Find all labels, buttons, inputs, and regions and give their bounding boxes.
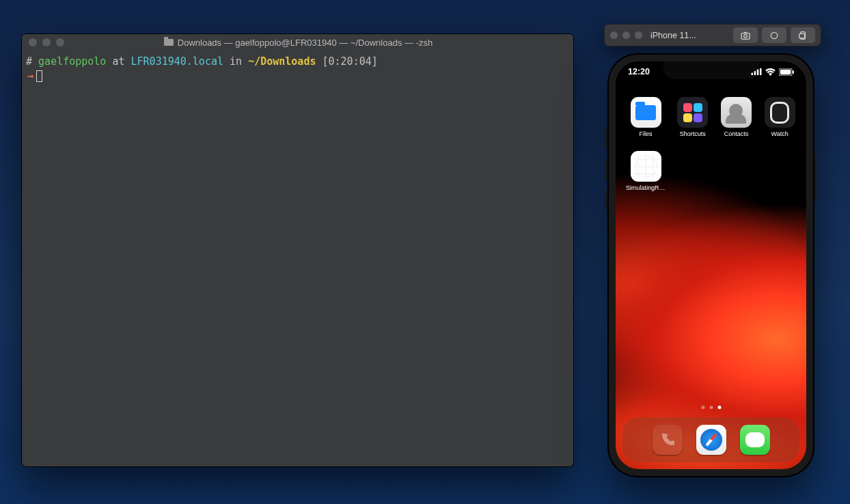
dock xyxy=(622,417,799,462)
wifi-icon xyxy=(765,68,776,76)
svg-point-2 xyxy=(771,32,777,38)
app-simulatingrem[interactable]: SimulatingRem... xyxy=(626,151,666,191)
app-safari[interactable] xyxy=(696,425,726,455)
contacts-icon xyxy=(721,97,752,128)
blank-app-icon xyxy=(631,151,661,182)
phone-screen[interactable]: 12:20 Fil xyxy=(616,61,806,469)
prompt-user: gaelfoppolo xyxy=(38,55,106,68)
prompt-path: ~/Downloads xyxy=(248,55,316,68)
svg-point-1 xyxy=(744,34,748,38)
page-dot-active xyxy=(717,406,721,409)
rotate-button[interactable] xyxy=(791,27,815,43)
zoom-button[interactable] xyxy=(635,31,642,39)
svg-rect-11 xyxy=(793,70,794,74)
safari-icon xyxy=(700,429,722,451)
prompt-hash: # xyxy=(26,55,32,68)
app-label: SimulatingRem... xyxy=(626,184,666,191)
files-icon xyxy=(631,97,661,128)
svg-rect-0 xyxy=(741,33,750,39)
screenshot-button[interactable] xyxy=(733,27,758,43)
app-label: Shortcuts xyxy=(680,130,706,137)
close-button[interactable] xyxy=(610,31,618,39)
cursor xyxy=(36,70,42,82)
folder-icon xyxy=(164,39,174,46)
prompt-line: # gaelfoppolo at LFR031940.local in ~/Do… xyxy=(26,55,569,68)
svg-rect-6 xyxy=(754,71,756,75)
app-shortcuts[interactable]: Shortcuts xyxy=(676,97,709,137)
page-dot xyxy=(701,406,704,409)
prompt-in: in xyxy=(230,55,242,68)
phone-frame: 12:20 Fil xyxy=(607,53,814,477)
battery-icon xyxy=(779,68,794,76)
signal-icon xyxy=(751,68,762,75)
input-line[interactable]: → xyxy=(26,69,569,83)
terminal-title-text: Downloads — gaelfoppolo@LFR031940 — ~/Do… xyxy=(178,38,433,48)
circle-icon xyxy=(769,30,780,41)
prompt-at: at xyxy=(112,55,124,68)
app-phone[interactable] xyxy=(653,425,683,455)
messages-icon xyxy=(745,432,765,447)
simulator-title: iPhone 11... xyxy=(646,31,729,40)
app-watch[interactable]: Watch xyxy=(763,97,796,137)
app-label: Watch xyxy=(771,130,789,137)
terminal-body[interactable]: # gaelfoppolo at LFR031940.local in ~/Do… xyxy=(22,51,573,87)
prompt-time: [0:20:04] xyxy=(323,55,378,68)
svg-rect-10 xyxy=(780,69,791,74)
terminal-titlebar[interactable]: Downloads — gaelfoppolo@LFR031940 — ~/Do… xyxy=(22,34,573,51)
home-grid: Files Shortcuts Contacts Watch Simul xyxy=(626,97,796,191)
minimize-button[interactable] xyxy=(622,31,630,39)
app-files[interactable]: Files xyxy=(626,97,666,137)
simulator-toolbar[interactable]: iPhone 11... xyxy=(604,24,821,46)
terminal-title: Downloads — gaelfoppolo@LFR031940 — ~/Do… xyxy=(23,38,573,48)
svg-rect-4 xyxy=(799,33,805,38)
app-contacts[interactable]: Contacts xyxy=(720,97,753,137)
svg-rect-8 xyxy=(760,68,762,75)
svg-rect-7 xyxy=(757,70,759,75)
prompt-arrow-icon: → xyxy=(26,69,33,83)
watch-icon xyxy=(765,97,795,128)
svg-rect-5 xyxy=(752,73,754,75)
shortcuts-icon xyxy=(677,97,708,128)
app-label: Files xyxy=(639,130,652,137)
camera-icon xyxy=(740,30,751,41)
window-controls xyxy=(610,31,642,39)
phone-icon xyxy=(659,432,676,448)
page-dot xyxy=(709,406,713,409)
status-clock: 12:20 xyxy=(628,67,650,76)
app-messages[interactable] xyxy=(740,425,770,455)
prompt-host: LFR031940.local xyxy=(131,55,223,68)
page-indicator[interactable] xyxy=(701,406,721,409)
terminal-window[interactable]: Downloads — gaelfoppolo@LFR031940 — ~/Do… xyxy=(21,33,574,467)
app-label: Contacts xyxy=(724,130,749,137)
status-bar: 12:20 xyxy=(616,67,806,76)
rotate-icon xyxy=(797,30,808,41)
home-button[interactable] xyxy=(762,27,786,43)
